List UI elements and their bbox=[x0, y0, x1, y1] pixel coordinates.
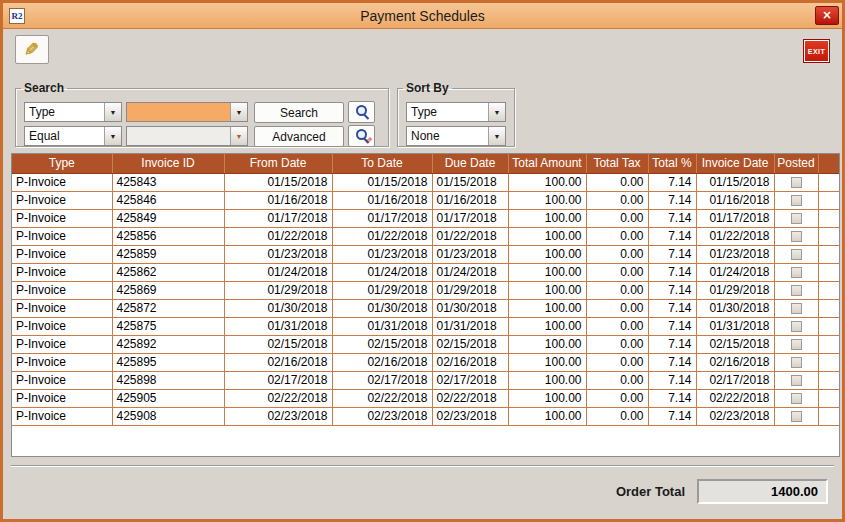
chevron-down-icon: ▼ bbox=[230, 127, 247, 145]
posted-checkbox[interactable] bbox=[791, 213, 802, 224]
posted-checkbox[interactable] bbox=[791, 339, 802, 350]
search-operator-param-combo: ▼ bbox=[126, 126, 248, 146]
posted-checkbox[interactable] bbox=[791, 249, 802, 260]
table-row[interactable]: P-Invoice 425856 01/22/2018 01/22/2018 0… bbox=[12, 227, 839, 245]
search-button[interactable]: Search bbox=[254, 102, 344, 123]
cell-to-date: 01/16/2018 bbox=[332, 191, 432, 209]
col-header-posted[interactable]: Posted bbox=[774, 154, 818, 173]
posted-checkbox[interactable] bbox=[791, 195, 802, 206]
col-header-to-date[interactable]: To Date bbox=[332, 154, 432, 173]
table-row[interactable]: P-Invoice 425849 01/17/2018 01/17/2018 0… bbox=[12, 209, 839, 227]
col-header-due-date[interactable]: Due Date bbox=[432, 154, 508, 173]
posted-checkbox[interactable] bbox=[791, 267, 802, 278]
col-header-total-pct[interactable]: Total % bbox=[648, 154, 696, 173]
cell-invoice-date: 01/15/2018 bbox=[696, 173, 774, 191]
cell-total-pct: 7.14 bbox=[648, 371, 696, 389]
posted-checkbox[interactable] bbox=[791, 411, 802, 422]
cell-total-pct: 7.14 bbox=[648, 245, 696, 263]
cell-total-amount: 100.00 bbox=[508, 263, 586, 281]
table-row[interactable]: P-Invoice 425908 02/23/2018 02/23/2018 0… bbox=[12, 407, 839, 425]
cell-filler bbox=[818, 281, 839, 299]
cell-invoice-id: 425895 bbox=[112, 353, 224, 371]
cell-filler bbox=[818, 191, 839, 209]
advanced-search-icon-button[interactable]: ✎ bbox=[348, 125, 375, 147]
cell-from-date: 01/22/2018 bbox=[224, 227, 332, 245]
posted-checkbox[interactable] bbox=[791, 177, 802, 188]
cell-from-date: 01/24/2018 bbox=[224, 263, 332, 281]
sort-primary-value: Type bbox=[407, 103, 488, 121]
table-row[interactable]: P-Invoice 425869 01/29/2018 01/29/2018 0… bbox=[12, 281, 839, 299]
col-header-invoice-date[interactable]: Invoice Date bbox=[696, 154, 774, 173]
cell-invoice-id: 425908 bbox=[112, 407, 224, 425]
col-header-total-amount[interactable]: Total Amount bbox=[508, 154, 586, 173]
posted-checkbox[interactable] bbox=[791, 321, 802, 332]
table-row[interactable]: P-Invoice 425898 02/17/2018 02/17/2018 0… bbox=[12, 371, 839, 389]
cell-total-tax: 0.00 bbox=[586, 173, 648, 191]
exit-button[interactable]: EXIT bbox=[803, 39, 830, 63]
cell-posted bbox=[774, 191, 818, 209]
search-field-value: Type bbox=[25, 103, 104, 121]
cell-total-amount: 100.00 bbox=[508, 407, 586, 425]
search-icon-button[interactable] bbox=[348, 101, 375, 123]
table-row[interactable]: P-Invoice 425862 01/24/2018 01/24/2018 0… bbox=[12, 263, 839, 281]
cell-invoice-date: 02/17/2018 bbox=[696, 371, 774, 389]
chevron-down-icon[interactable]: ▼ bbox=[230, 103, 247, 121]
table-row[interactable]: P-Invoice 425859 01/23/2018 01/23/2018 0… bbox=[12, 245, 839, 263]
table-row[interactable]: P-Invoice 425872 01/30/2018 01/30/2018 0… bbox=[12, 299, 839, 317]
order-total-value: 1400.00 bbox=[697, 479, 828, 504]
chevron-down-icon[interactable]: ▼ bbox=[488, 103, 505, 121]
sort-primary-combo[interactable]: Type ▼ bbox=[406, 102, 506, 122]
chevron-down-icon[interactable]: ▼ bbox=[104, 127, 121, 145]
posted-checkbox[interactable] bbox=[791, 231, 802, 242]
col-header-invoice-id[interactable]: Invoice ID bbox=[112, 154, 224, 173]
posted-checkbox[interactable] bbox=[791, 303, 802, 314]
col-header-total-tax[interactable]: Total Tax bbox=[586, 154, 648, 173]
sort-secondary-value: None bbox=[407, 127, 488, 145]
cell-from-date: 01/29/2018 bbox=[224, 281, 332, 299]
search-field-combo[interactable]: Type ▼ bbox=[24, 102, 122, 122]
table-row[interactable]: P-Invoice 425892 02/15/2018 02/15/2018 0… bbox=[12, 335, 839, 353]
close-button[interactable]: × bbox=[815, 6, 839, 25]
cell-invoice-id: 425869 bbox=[112, 281, 224, 299]
search-operator-param-value bbox=[127, 127, 230, 145]
posted-checkbox[interactable] bbox=[791, 375, 802, 386]
magnifier-icon bbox=[355, 104, 369, 118]
title-bar[interactable]: R2 Payment Schedules × bbox=[3, 3, 842, 29]
cell-invoice-date: 01/16/2018 bbox=[696, 191, 774, 209]
search-operator-combo[interactable]: Equal ▼ bbox=[24, 126, 122, 146]
table-row[interactable]: P-Invoice 425846 01/16/2018 01/16/2018 0… bbox=[12, 191, 839, 209]
col-header-from-date[interactable]: From Date bbox=[224, 154, 332, 173]
chevron-down-icon[interactable]: ▼ bbox=[488, 127, 505, 145]
cell-invoice-date: 01/30/2018 bbox=[696, 299, 774, 317]
cell-posted bbox=[774, 209, 818, 227]
advanced-button[interactable]: Advanced bbox=[254, 126, 344, 147]
table-row[interactable]: P-Invoice 425895 02/16/2018 02/16/2018 0… bbox=[12, 353, 839, 371]
cell-total-tax: 0.00 bbox=[586, 281, 648, 299]
cell-invoice-date: 02/15/2018 bbox=[696, 335, 774, 353]
chevron-down-icon[interactable]: ▼ bbox=[104, 103, 121, 121]
posted-checkbox[interactable] bbox=[791, 393, 802, 404]
sort-secondary-combo[interactable]: None ▼ bbox=[406, 126, 506, 146]
cell-total-amount: 100.00 bbox=[508, 389, 586, 407]
posted-checkbox[interactable] bbox=[791, 285, 802, 296]
table-row[interactable]: P-Invoice 425905 02/22/2018 02/22/2018 0… bbox=[12, 389, 839, 407]
col-header-type[interactable]: Type bbox=[12, 154, 112, 173]
cell-invoice-id: 425859 bbox=[112, 245, 224, 263]
footer-divider bbox=[11, 465, 834, 467]
cell-due-date: 02/22/2018 bbox=[432, 389, 508, 407]
cell-invoice-id: 425872 bbox=[112, 299, 224, 317]
cell-to-date: 02/22/2018 bbox=[332, 389, 432, 407]
cell-filler bbox=[818, 317, 839, 335]
cell-type: P-Invoice bbox=[12, 371, 112, 389]
table-row[interactable]: P-Invoice 425875 01/31/2018 01/31/2018 0… bbox=[12, 317, 839, 335]
cell-total-amount: 100.00 bbox=[508, 281, 586, 299]
cell-total-pct: 7.14 bbox=[648, 353, 696, 371]
cell-type: P-Invoice bbox=[12, 335, 112, 353]
table-row[interactable]: P-Invoice 425843 01/15/2018 01/15/2018 0… bbox=[12, 173, 839, 191]
posted-checkbox[interactable] bbox=[791, 357, 802, 368]
edit-button[interactable]: ✎ bbox=[15, 35, 49, 64]
search-keyword-combo[interactable]: ▼ bbox=[126, 102, 248, 122]
cell-total-pct: 7.14 bbox=[648, 335, 696, 353]
cell-type: P-Invoice bbox=[12, 281, 112, 299]
cell-total-pct: 7.14 bbox=[648, 407, 696, 425]
